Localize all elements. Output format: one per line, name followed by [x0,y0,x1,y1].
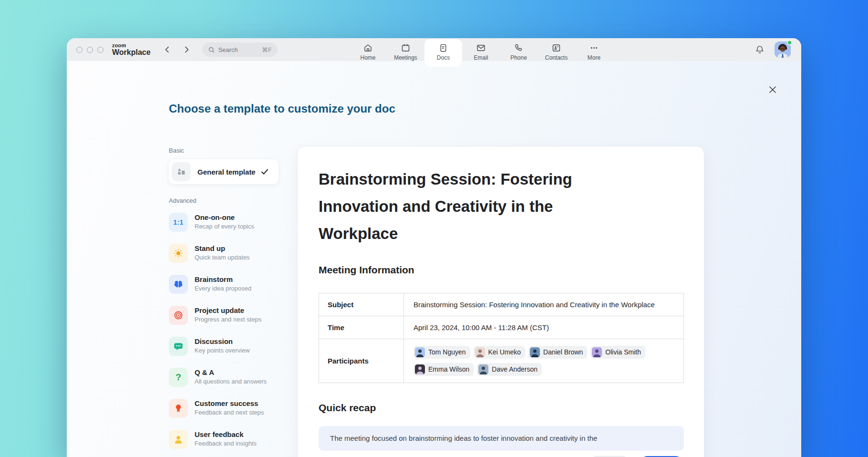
tab-label: Home [360,54,375,61]
contacts-icon [551,43,561,53]
presence-status-dot [787,40,792,45]
participant-chip[interactable]: Tom Nguyen [413,346,470,359]
template-q-and-a[interactable]: ? Q & A All questions and answers [169,368,279,387]
back-arrow-icon[interactable] [163,45,172,54]
search-bar[interactable]: ⌘F [202,42,278,57]
participants-chips: Tom Nguyen Kei Umeko Daniel Brown [413,345,674,377]
home-icon [363,43,373,53]
participant-chip[interactable]: Dave Anderson [477,363,542,376]
window-close-circle[interactable] [76,47,83,53]
template-stand-up[interactable]: Stand up Quick team updates [169,244,279,263]
template-discussion[interactable]: Discussion Key points overview [169,337,279,356]
sun-icon [169,244,188,263]
target-icon [169,306,188,325]
participant-name: Kei Umeko [488,347,521,358]
medal-icon [169,399,188,418]
template-one-on-one[interactable]: 1:1 One-on-one Recap of every topics [169,213,279,232]
basic-section-label: Basic [169,147,279,154]
template-desc: Progress and next steps [195,316,261,323]
one-on-one-icon: 1:1 [169,213,188,232]
time-value: April 23, 2024, 10:00 AM - 11:28 AM (CST… [404,316,684,339]
participant-chip[interactable]: Daniel Brown [528,346,587,359]
time-label: Time [319,316,404,339]
participant-avatar [530,347,540,357]
tab-label: Phone [510,54,527,61]
tab-meetings[interactable]: Meetings [387,39,424,67]
template-desc: All questions and answers [195,378,267,385]
template-name: Discussion [195,337,250,345]
template-desc: Every idea proposed [195,285,251,292]
template-general[interactable]: General template [169,159,279,184]
participant-name: Daniel Brown [543,347,583,358]
participant-name: Emma Wilson [428,364,469,375]
template-chooser-modal: Choose a template to customize your doc … [67,61,801,457]
participant-avatar [592,347,602,357]
participant-name: Olivia Smith [605,347,641,358]
general-template-label: General template [197,168,256,176]
docs-icon [438,43,448,53]
participants-label: Participants [319,339,404,383]
template-name: Q & A [195,368,267,376]
participant-chip[interactable]: Olivia Smith [590,346,645,359]
brain-icon [169,275,188,294]
template-name: Customer success [195,399,264,407]
doc-preview-card: Brainstorming Session: Fostering Innovat… [297,146,704,457]
window-maximize-circle[interactable] [97,47,103,53]
user-avatar[interactable] [775,42,791,58]
notifications-bell-icon[interactable] [754,44,765,55]
tab-more[interactable]: More [575,39,613,67]
template-project-update[interactable]: Project update Progress and next steps [169,306,279,325]
participant-avatar [475,347,485,357]
general-template-icon [172,162,191,181]
tab-label: Docs [437,54,450,61]
email-icon [476,43,486,53]
selected-check-icon [260,167,269,176]
table-row-time: Time April 23, 2024, 10:00 AM - 11:28 AM… [319,316,684,339]
subject-label: Subject [319,293,404,316]
template-name: One-on-one [195,213,254,221]
tab-home[interactable]: Home [349,39,387,67]
logo-workplace-text: Workplace [112,49,151,56]
template-brainstorm[interactable]: Brainstorm Every idea proposed [169,275,279,294]
logo-zoom-text: zoom [112,43,151,48]
template-customer-success[interactable]: Customer success Feedback and next steps [169,399,279,418]
participant-avatar [415,347,425,357]
chat-bubble-icon [169,337,188,356]
search-input[interactable] [218,46,259,53]
template-user-feedback[interactable]: User feedback Feedback and insights [169,430,279,449]
tab-phone[interactable]: Phone [500,39,537,67]
calendar-icon [401,43,411,53]
person-icon [169,430,188,449]
tab-label: Email [474,54,488,61]
tab-label: Meetings [394,54,417,61]
tab-docs[interactable]: Docs [424,39,462,67]
window-controls[interactable] [76,47,103,53]
template-name: Project update [195,306,261,314]
zoom-workplace-window: zoom Workplace ⌘F Home Meetings Docs [67,38,801,457]
participant-name: Tom Nguyen [428,347,466,358]
forward-arrow-icon[interactable] [182,45,191,54]
template-desc: Key points overview [195,347,250,354]
main-nav-tabs: Home Meetings Docs Email Phone Contacts [349,39,613,67]
meeting-information-heading: Meeting Information [319,264,683,276]
window-minimize-circle[interactable] [87,47,93,53]
phone-icon [514,43,524,53]
template-name: Stand up [195,244,250,252]
close-icon[interactable] [768,85,777,94]
subject-value: Brainstorming Session: Fostering Innovat… [404,293,684,316]
tab-contacts[interactable]: Contacts [537,39,575,67]
table-row-subject: Subject Brainstorming Session: Fostering… [319,293,684,316]
quick-recap-heading: Quick recap [319,402,683,414]
tab-email[interactable]: Email [462,39,500,67]
participant-chip[interactable]: Kei Umeko [474,346,525,359]
participant-avatar [478,364,488,374]
template-desc: Quick team updates [195,254,250,261]
participant-name: Dave Anderson [492,364,537,375]
participant-chip[interactable]: Emma Wilson [413,363,474,376]
zoom-workplace-logo: zoom Workplace [112,43,151,56]
tab-label: More [588,54,600,61]
quick-recap-text: The meeting focused on brainstorming ide… [330,434,597,442]
doc-title: Brainstorming Session: Fostering Innovat… [319,166,633,247]
quick-recap-box: The meeting focused on brainstorming ide… [319,426,684,451]
tab-label: Contacts [545,54,568,61]
